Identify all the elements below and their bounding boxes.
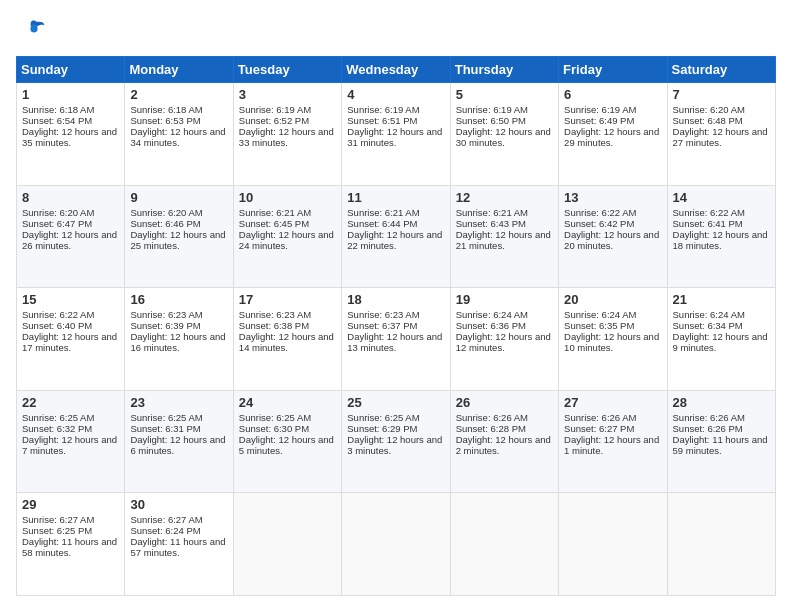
sunset: Sunset: 6:24 PM: [130, 525, 200, 536]
weekday-header-saturday: Saturday: [667, 57, 775, 83]
calendar-cell: 30Sunrise: 6:27 AMSunset: 6:24 PMDayligh…: [125, 493, 233, 596]
sunrise: Sunrise: 6:24 AM: [456, 309, 528, 320]
sunset: Sunset: 6:51 PM: [347, 115, 417, 126]
day-number: 17: [239, 292, 336, 307]
weekday-header-row: SundayMondayTuesdayWednesdayThursdayFrid…: [17, 57, 776, 83]
calendar-cell: 4Sunrise: 6:19 AMSunset: 6:51 PMDaylight…: [342, 83, 450, 186]
sunrise: Sunrise: 6:27 AM: [130, 514, 202, 525]
calendar-cell: [559, 493, 667, 596]
sunrise: Sunrise: 6:25 AM: [130, 412, 202, 423]
calendar-cell: 3Sunrise: 6:19 AMSunset: 6:52 PMDaylight…: [233, 83, 341, 186]
sunrise: Sunrise: 6:25 AM: [347, 412, 419, 423]
sunset: Sunset: 6:37 PM: [347, 320, 417, 331]
sunset: Sunset: 6:48 PM: [673, 115, 743, 126]
sunrise: Sunrise: 6:25 AM: [239, 412, 311, 423]
calendar-cell: 17Sunrise: 6:23 AMSunset: 6:38 PMDayligh…: [233, 288, 341, 391]
calendar-cell: 13Sunrise: 6:22 AMSunset: 6:42 PMDayligh…: [559, 185, 667, 288]
day-number: 19: [456, 292, 553, 307]
sunset: Sunset: 6:39 PM: [130, 320, 200, 331]
sunset: Sunset: 6:53 PM: [130, 115, 200, 126]
day-number: 23: [130, 395, 227, 410]
daylight: Daylight: 12 hours and 9 minutes.: [673, 331, 768, 353]
sunrise: Sunrise: 6:25 AM: [22, 412, 94, 423]
calendar-table: SundayMondayTuesdayWednesdayThursdayFrid…: [16, 56, 776, 596]
logo: [16, 16, 50, 46]
sunset: Sunset: 6:29 PM: [347, 423, 417, 434]
day-number: 12: [456, 190, 553, 205]
calendar-cell: 9Sunrise: 6:20 AMSunset: 6:46 PMDaylight…: [125, 185, 233, 288]
calendar-cell: 6Sunrise: 6:19 AMSunset: 6:49 PMDaylight…: [559, 83, 667, 186]
day-number: 6: [564, 87, 661, 102]
sunrise: Sunrise: 6:27 AM: [22, 514, 94, 525]
calendar-cell: 15Sunrise: 6:22 AMSunset: 6:40 PMDayligh…: [17, 288, 125, 391]
daylight: Daylight: 12 hours and 29 minutes.: [564, 126, 659, 148]
sunset: Sunset: 6:26 PM: [673, 423, 743, 434]
sunrise: Sunrise: 6:20 AM: [673, 104, 745, 115]
daylight: Daylight: 11 hours and 59 minutes.: [673, 434, 768, 456]
sunrise: Sunrise: 6:22 AM: [673, 207, 745, 218]
sunset: Sunset: 6:25 PM: [22, 525, 92, 536]
day-number: 24: [239, 395, 336, 410]
sunset: Sunset: 6:32 PM: [22, 423, 92, 434]
daylight: Daylight: 11 hours and 57 minutes.: [130, 536, 225, 558]
day-number: 26: [456, 395, 553, 410]
daylight: Daylight: 12 hours and 35 minutes.: [22, 126, 117, 148]
sunset: Sunset: 6:34 PM: [673, 320, 743, 331]
calendar-cell: 24Sunrise: 6:25 AMSunset: 6:30 PMDayligh…: [233, 390, 341, 493]
daylight: Daylight: 12 hours and 20 minutes.: [564, 229, 659, 251]
sunrise: Sunrise: 6:21 AM: [347, 207, 419, 218]
daylight: Daylight: 12 hours and 6 minutes.: [130, 434, 225, 456]
calendar-cell: 7Sunrise: 6:20 AMSunset: 6:48 PMDaylight…: [667, 83, 775, 186]
sunrise: Sunrise: 6:18 AM: [130, 104, 202, 115]
day-number: 10: [239, 190, 336, 205]
day-number: 27: [564, 395, 661, 410]
sunset: Sunset: 6:42 PM: [564, 218, 634, 229]
calendar-cell: [233, 493, 341, 596]
sunrise: Sunrise: 6:22 AM: [564, 207, 636, 218]
day-number: 9: [130, 190, 227, 205]
daylight: Daylight: 12 hours and 24 minutes.: [239, 229, 334, 251]
sunset: Sunset: 6:27 PM: [564, 423, 634, 434]
week-row-2: 8Sunrise: 6:20 AMSunset: 6:47 PMDaylight…: [17, 185, 776, 288]
sunset: Sunset: 6:45 PM: [239, 218, 309, 229]
day-number: 16: [130, 292, 227, 307]
day-number: 22: [22, 395, 119, 410]
daylight: Daylight: 12 hours and 5 minutes.: [239, 434, 334, 456]
weekday-header-friday: Friday: [559, 57, 667, 83]
sunrise: Sunrise: 6:20 AM: [130, 207, 202, 218]
sunrise: Sunrise: 6:19 AM: [456, 104, 528, 115]
weekday-header-tuesday: Tuesday: [233, 57, 341, 83]
daylight: Daylight: 12 hours and 18 minutes.: [673, 229, 768, 251]
sunrise: Sunrise: 6:21 AM: [239, 207, 311, 218]
day-number: 2: [130, 87, 227, 102]
sunrise: Sunrise: 6:20 AM: [22, 207, 94, 218]
calendar-cell: 20Sunrise: 6:24 AMSunset: 6:35 PMDayligh…: [559, 288, 667, 391]
daylight: Daylight: 12 hours and 25 minutes.: [130, 229, 225, 251]
daylight: Daylight: 12 hours and 30 minutes.: [456, 126, 551, 148]
daylight: Daylight: 11 hours and 58 minutes.: [22, 536, 117, 558]
calendar-cell: 27Sunrise: 6:26 AMSunset: 6:27 PMDayligh…: [559, 390, 667, 493]
calendar-cell: 1Sunrise: 6:18 AMSunset: 6:54 PMDaylight…: [17, 83, 125, 186]
calendar-cell: [667, 493, 775, 596]
day-number: 11: [347, 190, 444, 205]
weekday-header-thursday: Thursday: [450, 57, 558, 83]
daylight: Daylight: 12 hours and 16 minutes.: [130, 331, 225, 353]
daylight: Daylight: 12 hours and 12 minutes.: [456, 331, 551, 353]
day-number: 25: [347, 395, 444, 410]
calendar-cell: 29Sunrise: 6:27 AMSunset: 6:25 PMDayligh…: [17, 493, 125, 596]
sunrise: Sunrise: 6:19 AM: [239, 104, 311, 115]
calendar-cell: 16Sunrise: 6:23 AMSunset: 6:39 PMDayligh…: [125, 288, 233, 391]
calendar-cell: 5Sunrise: 6:19 AMSunset: 6:50 PMDaylight…: [450, 83, 558, 186]
sunset: Sunset: 6:54 PM: [22, 115, 92, 126]
daylight: Daylight: 12 hours and 34 minutes.: [130, 126, 225, 148]
calendar-cell: 28Sunrise: 6:26 AMSunset: 6:26 PMDayligh…: [667, 390, 775, 493]
sunrise: Sunrise: 6:19 AM: [347, 104, 419, 115]
sunrise: Sunrise: 6:26 AM: [456, 412, 528, 423]
logo-icon: [16, 16, 46, 46]
calendar-cell: [342, 493, 450, 596]
sunrise: Sunrise: 6:19 AM: [564, 104, 636, 115]
sunset: Sunset: 6:28 PM: [456, 423, 526, 434]
sunrise: Sunrise: 6:22 AM: [22, 309, 94, 320]
sunset: Sunset: 6:31 PM: [130, 423, 200, 434]
daylight: Daylight: 12 hours and 10 minutes.: [564, 331, 659, 353]
